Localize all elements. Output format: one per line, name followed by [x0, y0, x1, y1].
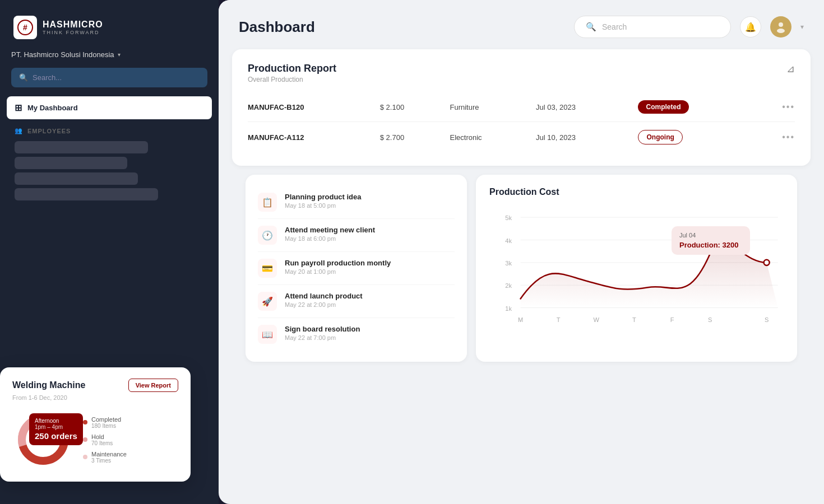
activity-date: May 22 at 2:00 pm [285, 301, 455, 308]
chart-area: 5k 4k 3k 2k 1k [489, 204, 784, 338]
filter-icon[interactable]: ⊿ [786, 63, 795, 75]
production-report-card: Production Report Overall Production ⊿ M… [232, 49, 811, 166]
skeleton-bar-2 [15, 157, 127, 169]
activity-title: Attend meeting new client [285, 226, 455, 234]
more-options[interactable]: ••• [758, 122, 795, 153]
row-status: Ongoing [633, 122, 758, 153]
logo-icon: # [13, 16, 37, 39]
table-row: MANUFAC-A112 $ 2.700 Electronic Jul 10, … [248, 122, 795, 153]
x-label-f: F [670, 316, 674, 323]
y-label-4k: 4k [505, 237, 512, 244]
activity-text: Sign board resolution May 22 at 7:00 pm [285, 325, 455, 341]
svg-point-3 [777, 29, 785, 33]
header-search-bar[interactable]: 🔍 [574, 16, 731, 38]
chart-tooltip: Jul 04 Production: 3200 [672, 226, 750, 255]
row-id: MANUFAC-A112 [248, 122, 376, 153]
chevron-down-icon: ▾ [118, 52, 121, 58]
welding-machine-card: Welding Machine View Report From 1-6 Dec… [0, 367, 191, 482]
legend-value: 70 Items [91, 440, 113, 446]
company-selector[interactable]: PT. Hashmicro Solusi Indonesia ▾ [0, 50, 219, 68]
employees-icon: 👥 [15, 127, 23, 134]
activity-text: Attend meeting new client May 18 at 6:00… [285, 226, 455, 242]
row-id: MANUFAC-B120 [248, 92, 376, 122]
activities-card: 📋 Planning product idea May 18 at 5:00 p… [246, 175, 467, 362]
x-label-s1: S [708, 316, 712, 323]
table-row: MANUFAC-B120 $ 2.100 Furniture Jul 03, 2… [248, 92, 795, 122]
cost-card-title: Production Cost [489, 187, 784, 197]
activity-date: May 20 at 1:00 pm [285, 268, 455, 275]
activity-icon: 🚀 [258, 292, 277, 311]
x-label-w: W [594, 316, 600, 323]
activity-date: May 18 at 5:00 pm [285, 202, 455, 209]
sidebar-search-input[interactable] [33, 73, 200, 82]
activity-text: Attend launch product May 22 at 2:00 pm [285, 292, 455, 308]
search-input[interactable] [602, 22, 719, 31]
welding-body: Afternoon 1pm – 4pm 250 orders Completed… [12, 409, 178, 470]
legend-value: 180 Items [91, 423, 121, 429]
activity-icon: 💳 [258, 259, 277, 278]
x-label-m: M [518, 316, 523, 323]
legend-dot [83, 437, 87, 442]
activity-title: Attend launch product [285, 292, 455, 300]
logo-name: HASHMICRO [43, 20, 103, 30]
y-label-1k: 1k [505, 305, 512, 312]
legend-label: Hold [91, 433, 113, 440]
logo-text: HASHMICRO THINK FORWARD [43, 20, 103, 35]
logo-tagline: THINK FORWARD [43, 30, 103, 35]
tooltip-date: Jul 04 [679, 232, 742, 239]
legend-item: Completed 180 Items [83, 416, 127, 429]
welding-date: From 1-6 Dec, 2020 [12, 394, 178, 401]
x-label-t2: T [632, 316, 636, 323]
activity-date: May 18 at 6:00 pm [285, 235, 455, 242]
legend-label: Maintenance [91, 451, 127, 458]
header-right: 🔍 🔔 ▾ [574, 16, 804, 38]
list-item: 💳 Run payroll production montly May 20 a… [258, 252, 455, 285]
view-report-button[interactable]: View Report [128, 379, 178, 392]
y-label-5k: 5k [505, 214, 512, 221]
card-subtitle: Overall Production [248, 76, 336, 83]
row-category: Furniture [446, 92, 532, 122]
list-item: 🕐 Attend meeting new client May 18 at 6:… [258, 219, 455, 252]
dashboard-icon: ⊞ [15, 102, 22, 113]
row-amount: $ 2.700 [376, 122, 446, 153]
notification-button[interactable]: 🔔 [740, 16, 761, 38]
chart-active-dot [764, 260, 770, 265]
list-item: 📖 Sign board resolution May 22 at 7:00 p… [258, 318, 455, 351]
tooltip-value: Production: 3200 [679, 241, 742, 249]
skeleton-bar-1 [15, 141, 148, 153]
legend-dot [83, 455, 87, 459]
sidebar-search-bar[interactable]: 🔍 [11, 68, 207, 87]
section-label: EMPLOYEES [27, 128, 71, 134]
sidebar-section-employees: 👥 EMPLOYEES [7, 120, 212, 138]
production-table: MANUFAC-B120 $ 2.100 Furniture Jul 03, 2… [248, 92, 795, 152]
activity-title: Run payroll production montly [285, 259, 455, 267]
chevron-down-icon: ▾ [800, 23, 804, 31]
list-item: 📋 Planning product idea May 18 at 5:00 p… [258, 186, 455, 219]
x-label-t1: T [557, 316, 561, 323]
activity-icon: 📖 [258, 325, 277, 344]
page-title: Dashboard [239, 18, 315, 36]
avatar[interactable] [770, 16, 791, 38]
search-icon: 🔍 [586, 22, 596, 32]
svg-point-2 [779, 22, 783, 27]
activity-title: Sign board resolution [285, 325, 455, 333]
production-cost-card: Production Cost 5k 4k 3k 2k 1k [476, 175, 797, 362]
cards-area: Production Report Overall Production ⊿ M… [219, 49, 824, 371]
activity-icon: 🕐 [258, 226, 277, 245]
legend-dot [83, 420, 87, 424]
list-item: 🚀 Attend launch product May 22 at 2:00 p… [258, 285, 455, 318]
sidebar-nav: ⊞ My Dashboard 👥 EMPLOYEES [0, 96, 219, 204]
welding-legend: Completed 180 Items Hold 70 Items Mainte… [83, 416, 127, 464]
welding-header: Welding Machine View Report [12, 379, 178, 392]
more-options[interactable]: ••• [758, 92, 795, 122]
donut-tooltip: Afternoon 1pm – 4pm 250 orders [29, 413, 83, 445]
row-date: Jul 03, 2023 [531, 92, 633, 122]
search-icon: 🔍 [19, 73, 28, 82]
sidebar-item-label: My Dashboard [27, 104, 78, 112]
card-title: Production Report [248, 63, 336, 74]
svg-text:#: # [23, 23, 27, 32]
dashboard-header: Dashboard 🔍 🔔 ▾ [219, 0, 824, 49]
sidebar-item-dashboard[interactable]: ⊞ My Dashboard [7, 96, 212, 119]
activity-date: May 22 at 7:00 pm [285, 334, 455, 341]
company-name: PT. Hashmicro Solusi Indonesia [11, 50, 114, 59]
